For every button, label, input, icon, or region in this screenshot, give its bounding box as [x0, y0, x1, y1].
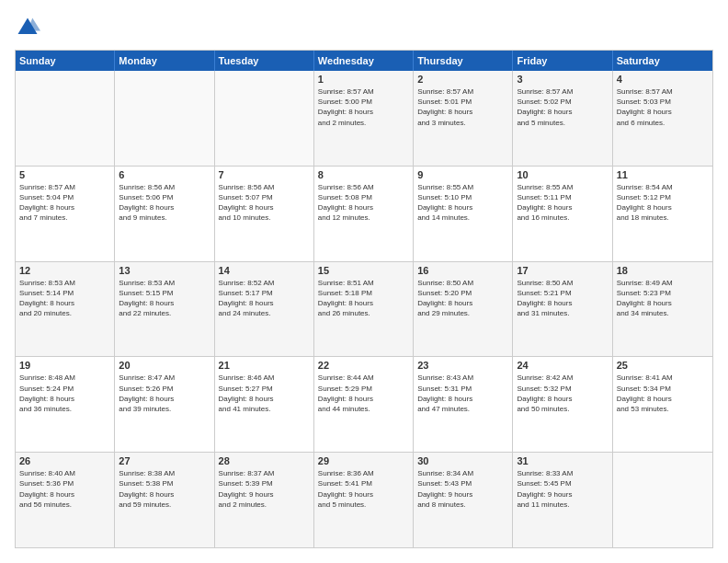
day-cell-16: 16Sunrise: 8:50 AM Sunset: 5:20 PM Dayli…: [414, 262, 513, 357]
day-info: Sunrise: 8:43 AM Sunset: 5:31 PM Dayligh…: [417, 373, 508, 414]
empty-cell: [115, 71, 214, 166]
empty-cell: [215, 71, 314, 166]
day-number: 21: [219, 360, 310, 371]
day-cell-28: 28Sunrise: 8:37 AM Sunset: 5:39 PM Dayli…: [215, 453, 314, 547]
day-info: Sunrise: 8:56 AM Sunset: 5:07 PM Dayligh…: [219, 182, 310, 224]
day-info: Sunrise: 8:53 AM Sunset: 5:14 PM Dayligh…: [19, 278, 110, 319]
calendar-row-2: 12Sunrise: 8:53 AM Sunset: 5:14 PM Dayli…: [16, 261, 712, 357]
day-cell-21: 21Sunrise: 8:46 AM Sunset: 5:27 PM Dayli…: [215, 357, 314, 452]
calendar-body: 1Sunrise: 8:57 AM Sunset: 5:00 PM Daylig…: [16, 71, 712, 547]
header-cell-thursday: Thursday: [414, 51, 513, 71]
header-cell-monday: Monday: [115, 51, 214, 71]
day-cell-17: 17Sunrise: 8:50 AM Sunset: 5:21 PM Dayli…: [513, 262, 612, 357]
day-number: 13: [119, 265, 210, 276]
day-cell-22: 22Sunrise: 8:44 AM Sunset: 5:29 PM Dayli…: [314, 357, 414, 452]
day-number: 29: [318, 455, 409, 466]
day-cell-27: 27Sunrise: 8:38 AM Sunset: 5:38 PM Dayli…: [115, 453, 214, 547]
day-info: Sunrise: 8:48 AM Sunset: 5:24 PM Dayligh…: [19, 373, 110, 414]
day-cell-6: 6Sunrise: 8:56 AM Sunset: 5:06 PM Daylig…: [115, 167, 214, 261]
day-number: 3: [517, 74, 608, 85]
day-cell-24: 24Sunrise: 8:42 AM Sunset: 5:32 PM Dayli…: [513, 357, 612, 452]
header-cell-sunday: Sunday: [16, 51, 115, 71]
day-number: 30: [417, 455, 508, 466]
day-number: 27: [119, 455, 210, 466]
day-info: Sunrise: 8:51 AM Sunset: 5:18 PM Dayligh…: [318, 278, 409, 319]
day-number: 2: [417, 74, 508, 85]
day-info: Sunrise: 8:57 AM Sunset: 5:02 PM Dayligh…: [517, 86, 608, 128]
day-info: Sunrise: 8:41 AM Sunset: 5:34 PM Dayligh…: [617, 373, 709, 414]
calendar-row-3: 19Sunrise: 8:48 AM Sunset: 5:24 PM Dayli…: [16, 356, 712, 452]
day-info: Sunrise: 8:47 AM Sunset: 5:26 PM Dayligh…: [119, 373, 210, 414]
day-info: Sunrise: 8:38 AM Sunset: 5:38 PM Dayligh…: [119, 468, 210, 510]
logo: [15, 15, 42, 40]
day-cell-7: 7Sunrise: 8:56 AM Sunset: 5:07 PM Daylig…: [215, 167, 314, 261]
day-info: Sunrise: 8:37 AM Sunset: 5:39 PM Dayligh…: [219, 468, 310, 510]
day-number: 11: [617, 169, 709, 180]
day-cell-18: 18Sunrise: 8:49 AM Sunset: 5:23 PM Dayli…: [613, 262, 712, 357]
day-info: Sunrise: 8:46 AM Sunset: 5:27 PM Dayligh…: [219, 373, 310, 414]
day-cell-8: 8Sunrise: 8:56 AM Sunset: 5:08 PM Daylig…: [314, 167, 414, 261]
day-number: 18: [617, 265, 709, 276]
header-cell-friday: Friday: [513, 51, 612, 71]
day-info: Sunrise: 8:57 AM Sunset: 5:04 PM Dayligh…: [19, 182, 110, 224]
calendar: SundayMondayTuesdayWednesdayThursdayFrid…: [15, 50, 713, 548]
day-number: 20: [119, 360, 210, 371]
day-info: Sunrise: 8:33 AM Sunset: 5:45 PM Dayligh…: [517, 468, 608, 510]
day-cell-14: 14Sunrise: 8:52 AM Sunset: 5:17 PM Dayli…: [215, 262, 314, 357]
day-number: 19: [19, 360, 110, 371]
day-info: Sunrise: 8:49 AM Sunset: 5:23 PM Dayligh…: [617, 278, 709, 319]
day-cell-20: 20Sunrise: 8:47 AM Sunset: 5:26 PM Dayli…: [115, 357, 214, 452]
day-info: Sunrise: 8:40 AM Sunset: 5:36 PM Dayligh…: [19, 468, 110, 510]
header-cell-tuesday: Tuesday: [215, 51, 314, 71]
day-cell-26: 26Sunrise: 8:40 AM Sunset: 5:36 PM Dayli…: [16, 453, 115, 547]
day-info: Sunrise: 8:57 AM Sunset: 5:00 PM Dayligh…: [318, 86, 409, 128]
day-number: 9: [417, 169, 508, 180]
day-number: 8: [318, 169, 409, 180]
empty-cell: [16, 71, 115, 166]
day-info: Sunrise: 8:57 AM Sunset: 5:03 PM Dayligh…: [617, 86, 709, 128]
day-cell-4: 4Sunrise: 8:57 AM Sunset: 5:03 PM Daylig…: [613, 71, 712, 166]
day-cell-13: 13Sunrise: 8:53 AM Sunset: 5:15 PM Dayli…: [115, 262, 214, 357]
day-number: 23: [417, 360, 508, 371]
day-number: 10: [517, 169, 608, 180]
day-info: Sunrise: 8:55 AM Sunset: 5:10 PM Dayligh…: [417, 182, 508, 224]
day-info: Sunrise: 8:52 AM Sunset: 5:17 PM Dayligh…: [219, 278, 310, 319]
day-info: Sunrise: 8:42 AM Sunset: 5:32 PM Dayligh…: [517, 373, 608, 414]
day-cell-5: 5Sunrise: 8:57 AM Sunset: 5:04 PM Daylig…: [16, 167, 115, 261]
day-number: 25: [617, 360, 709, 371]
day-cell-30: 30Sunrise: 8:34 AM Sunset: 5:43 PM Dayli…: [414, 453, 513, 547]
day-cell-3: 3Sunrise: 8:57 AM Sunset: 5:02 PM Daylig…: [513, 71, 612, 166]
day-number: 14: [219, 265, 310, 276]
day-info: Sunrise: 8:36 AM Sunset: 5:41 PM Dayligh…: [318, 468, 409, 510]
day-cell-1: 1Sunrise: 8:57 AM Sunset: 5:00 PM Daylig…: [314, 71, 414, 166]
calendar-row-4: 26Sunrise: 8:40 AM Sunset: 5:36 PM Dayli…: [16, 452, 712, 547]
day-cell-25: 25Sunrise: 8:41 AM Sunset: 5:34 PM Dayli…: [613, 357, 712, 452]
page: SundayMondayTuesdayWednesdayThursdayFrid…: [0, 0, 728, 563]
logo-icon: [15, 15, 40, 40]
day-info: Sunrise: 8:55 AM Sunset: 5:11 PM Dayligh…: [517, 182, 608, 224]
day-number: 17: [517, 265, 608, 276]
day-number: 26: [19, 455, 110, 466]
day-info: Sunrise: 8:54 AM Sunset: 5:12 PM Dayligh…: [617, 182, 709, 224]
header-cell-saturday: Saturday: [613, 51, 712, 71]
day-number: 12: [19, 265, 110, 276]
day-number: 5: [19, 169, 110, 180]
day-info: Sunrise: 8:34 AM Sunset: 5:43 PM Dayligh…: [417, 468, 508, 510]
day-info: Sunrise: 8:53 AM Sunset: 5:15 PM Dayligh…: [119, 278, 210, 319]
day-cell-31: 31Sunrise: 8:33 AM Sunset: 5:45 PM Dayli…: [513, 453, 612, 547]
day-number: 15: [318, 265, 409, 276]
day-info: Sunrise: 8:50 AM Sunset: 5:20 PM Dayligh…: [417, 278, 508, 319]
day-info: Sunrise: 8:56 AM Sunset: 5:08 PM Dayligh…: [318, 182, 409, 224]
day-cell-11: 11Sunrise: 8:54 AM Sunset: 5:12 PM Dayli…: [613, 167, 712, 261]
day-cell-23: 23Sunrise: 8:43 AM Sunset: 5:31 PM Dayli…: [414, 357, 513, 452]
day-number: 22: [318, 360, 409, 371]
day-number: 31: [517, 455, 608, 466]
day-number: 28: [219, 455, 310, 466]
day-info: Sunrise: 8:57 AM Sunset: 5:01 PM Dayligh…: [417, 86, 508, 128]
day-info: Sunrise: 8:50 AM Sunset: 5:21 PM Dayligh…: [517, 278, 608, 319]
day-cell-10: 10Sunrise: 8:55 AM Sunset: 5:11 PM Dayli…: [513, 167, 612, 261]
day-info: Sunrise: 8:56 AM Sunset: 5:06 PM Dayligh…: [119, 182, 210, 224]
day-cell-12: 12Sunrise: 8:53 AM Sunset: 5:14 PM Dayli…: [16, 262, 115, 357]
day-number: 1: [318, 74, 409, 85]
day-number: 7: [219, 169, 310, 180]
